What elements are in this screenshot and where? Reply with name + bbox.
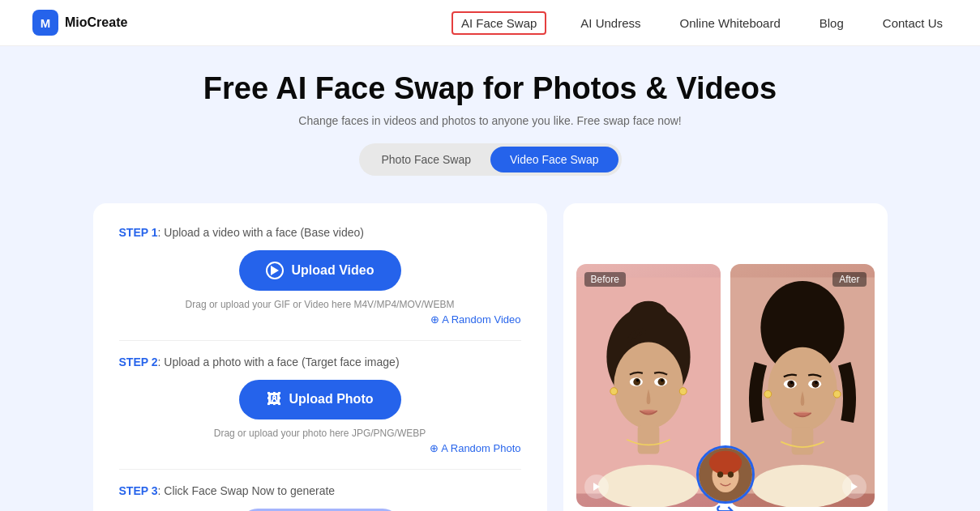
play-circle-icon: [266, 262, 284, 279]
random-photo-link[interactable]: ⊕ A Random Photo: [430, 442, 520, 454]
svg-point-20: [727, 471, 733, 477]
svg-marker-0: [271, 266, 279, 275]
drag-hint-video: Drag or upload your GIF or Video here M4…: [119, 299, 521, 310]
hero-subtitle: Change faces in videos and photos to any…: [16, 114, 964, 127]
right-panel: Before: [563, 203, 888, 511]
svg-point-28: [790, 381, 793, 385]
hero-title: Free AI Face Swap for Photos & Videos: [16, 72, 964, 106]
tab-video-face-swap[interactable]: Video Face Swap: [490, 147, 618, 172]
nav-contact-us[interactable]: Contact Us: [878, 13, 948, 33]
svg-point-4: [614, 343, 683, 429]
hero-section: Free AI Face Swap for Photos & Videos Ch…: [0, 46, 980, 203]
nav-online-whiteboard[interactable]: Online Whiteboard: [675, 13, 785, 33]
tab-photo-face-swap[interactable]: Photo Face Swap: [362, 147, 491, 172]
nav-ai-face-swap[interactable]: AI Face Swap: [451, 11, 546, 35]
step2-label: STEP 2: Upload a photo with a face (Targ…: [119, 356, 521, 368]
after-play-button[interactable]: [842, 475, 867, 499]
svg-point-30: [764, 391, 771, 398]
image-icon: 🖼: [267, 391, 281, 408]
step3-label: STEP 3: Click Face Swap Now to generate: [119, 484, 521, 497]
svg-point-9: [636, 379, 639, 382]
svg-rect-32: [791, 428, 813, 455]
svg-point-29: [815, 381, 818, 385]
svg-point-31: [833, 391, 841, 398]
left-panel: STEP 1: Upload a video with a face (Base…: [93, 203, 547, 511]
before-badge: Before: [584, 272, 626, 287]
main-content: STEP 1: Upload a video with a face (Base…: [45, 203, 936, 511]
face-swap-arrow: ↩: [696, 445, 755, 511]
svg-point-19: [717, 471, 722, 477]
drag-hint-photo: Drag or upload your photo here JPG/PNG/W…: [119, 428, 521, 439]
svg-marker-15: [593, 483, 600, 491]
after-badge: After: [832, 272, 866, 287]
nav-blog[interactable]: Blog: [815, 13, 849, 33]
svg-rect-13: [637, 425, 659, 454]
svg-point-11: [610, 388, 617, 395]
logo-icon: M: [32, 10, 58, 36]
svg-point-18: [708, 450, 741, 474]
svg-marker-34: [851, 483, 858, 491]
tab-switcher: Photo Face Swap Video Face Swap: [359, 143, 622, 176]
source-face-circle: [696, 445, 755, 504]
svg-point-14: [597, 465, 699, 507]
step-divider-2: [119, 469, 521, 470]
logo-area: M MioCreate: [32, 10, 127, 36]
random-photo-link-wrapper: ⊕ A Random Photo: [119, 442, 521, 454]
upload-video-button[interactable]: Upload Video: [239, 250, 401, 291]
svg-point-12: [679, 388, 687, 395]
svg-point-10: [661, 379, 664, 382]
logo-text: MioCreate: [65, 15, 127, 30]
svg-point-23: [768, 347, 837, 431]
step-divider-1: [119, 340, 521, 341]
random-video-link-wrapper: ⊕ A Random Video: [119, 313, 521, 326]
random-video-link[interactable]: ⊕ A Random Video: [430, 313, 520, 326]
nav-ai-undress[interactable]: AI Undress: [576, 13, 645, 33]
main-nav: AI Face Swap AI Undress Online Whiteboar…: [451, 11, 948, 35]
curved-arrow-icon: ↩: [716, 497, 734, 511]
step1-label: STEP 1: Upload a video with a face (Base…: [119, 226, 521, 239]
header: M MioCreate AI Face Swap AI Undress Onli…: [0, 0, 980, 46]
upload-photo-button[interactable]: 🖼 Upload Photo: [239, 380, 401, 419]
before-play-button[interactable]: [584, 475, 609, 499]
svg-point-33: [751, 465, 853, 507]
